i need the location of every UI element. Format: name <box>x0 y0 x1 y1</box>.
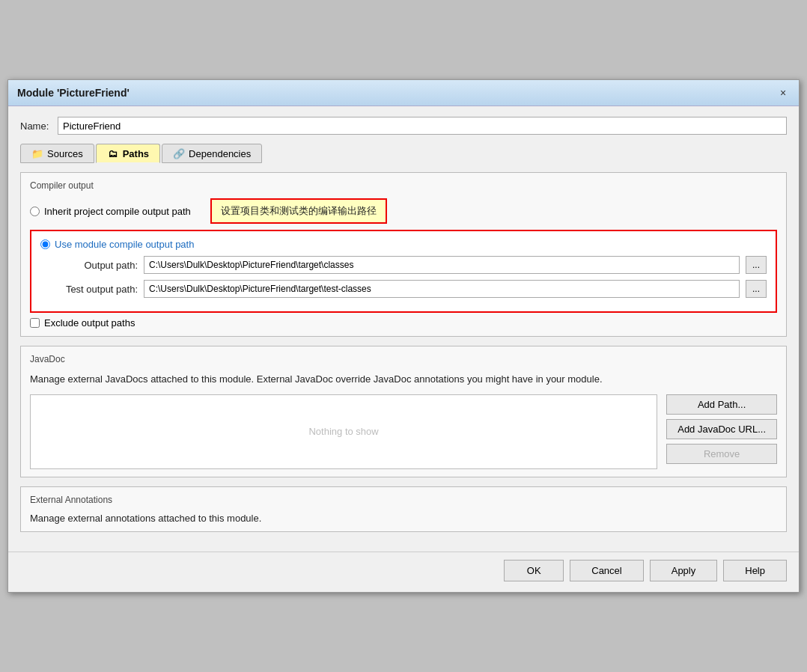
javadoc-title: JavaDoc <box>30 354 777 364</box>
dialog-body: Name: 📁 Sources 🗂 Paths 🔗 Dependencies C… <box>8 106 799 552</box>
ok-button[interactable]: OK <box>504 560 564 581</box>
javadoc-description: Manage external JavaDocs attached to thi… <box>30 372 777 387</box>
apply-button[interactable]: Apply <box>650 560 718 581</box>
tab-sources[interactable]: 📁 Sources <box>20 144 94 163</box>
dialog-title: Module 'PictureFriend' <box>17 87 130 99</box>
output-path-browse-button[interactable]: ... <box>746 256 767 274</box>
tab-dependencies-label: Dependencies <box>189 148 251 159</box>
inherit-radio[interactable] <box>30 207 40 216</box>
add-javadoc-url-button[interactable]: Add JavaDoc URL... <box>666 419 777 439</box>
javadoc-section: JavaDoc Manage external JavaDocs attache… <box>20 346 787 477</box>
tabs-container: 📁 Sources 🗂 Paths 🔗 Dependencies <box>20 144 787 163</box>
use-module-label: Use module compile output path <box>55 239 194 250</box>
cancel-button[interactable]: Cancel <box>570 560 643 581</box>
external-annotations-description: Manage external annotations attached to … <box>30 513 777 524</box>
inherit-label: Inherit project compile output path <box>44 206 191 217</box>
remove-button[interactable]: Remove <box>666 444 777 464</box>
name-label: Name: <box>20 120 58 132</box>
output-path-label: Output path: <box>40 260 138 271</box>
exclude-row: Exclude output paths <box>30 317 777 329</box>
test-output-path-row: Test output path: ... <box>40 280 767 298</box>
sources-icon: 📁 <box>31 147 43 159</box>
output-path-row: Output path: ... <box>40 256 767 274</box>
javadoc-buttons: Add Path... Add JavaDoc URL... Remove <box>666 394 777 469</box>
inherit-radio-row: Inherit project compile output path 设置项目… <box>30 198 777 224</box>
test-output-path-label: Test output path: <box>40 284 138 295</box>
help-button[interactable]: Help <box>723 560 787 581</box>
title-bar: Module 'PictureFriend' × <box>8 80 799 106</box>
nothing-to-show-label: Nothing to show <box>308 426 378 437</box>
test-output-path-browse-button[interactable]: ... <box>746 280 767 298</box>
javadoc-list: Nothing to show <box>30 394 657 469</box>
add-path-button[interactable]: Add Path... <box>666 394 777 415</box>
exclude-checkbox[interactable] <box>30 318 40 328</box>
paths-icon: 🗂 <box>107 147 119 159</box>
external-annotations-section: External Annotations Manage external ann… <box>20 486 787 532</box>
external-annotations-title: External Annotations <box>30 495 777 505</box>
tab-sources-label: Sources <box>47 148 83 159</box>
javadoc-content: Nothing to show Add Path... Add JavaDoc … <box>30 394 777 469</box>
output-path-input[interactable] <box>144 256 740 274</box>
tab-dependencies[interactable]: 🔗 Dependencies <box>162 144 262 163</box>
close-button[interactable]: × <box>776 86 790 100</box>
use-module-radio-row: Use module compile output path <box>40 239 767 250</box>
use-module-radio[interactable] <box>40 239 50 249</box>
tooltip-box: 设置项目类和测试类的编译输出路径 <box>210 198 387 224</box>
tab-paths-label: Paths <box>123 148 149 159</box>
name-input[interactable] <box>58 117 787 135</box>
tab-paths[interactable]: 🗂 Paths <box>96 144 160 163</box>
compiler-output-title: Compiler output <box>30 180 777 191</box>
test-output-path-input[interactable] <box>144 280 740 298</box>
name-row: Name: <box>20 117 787 135</box>
use-module-box: Use module compile output path Output pa… <box>30 230 777 313</box>
module-dialog: Module 'PictureFriend' × Name: 📁 Sources… <box>7 79 800 593</box>
dependencies-icon: 🔗 <box>173 147 185 159</box>
compiler-output-section: Compiler output Inherit project compile … <box>20 172 787 337</box>
bottom-buttons: OK Cancel Apply Help <box>8 552 799 592</box>
exclude-label: Exclude output paths <box>44 317 135 329</box>
